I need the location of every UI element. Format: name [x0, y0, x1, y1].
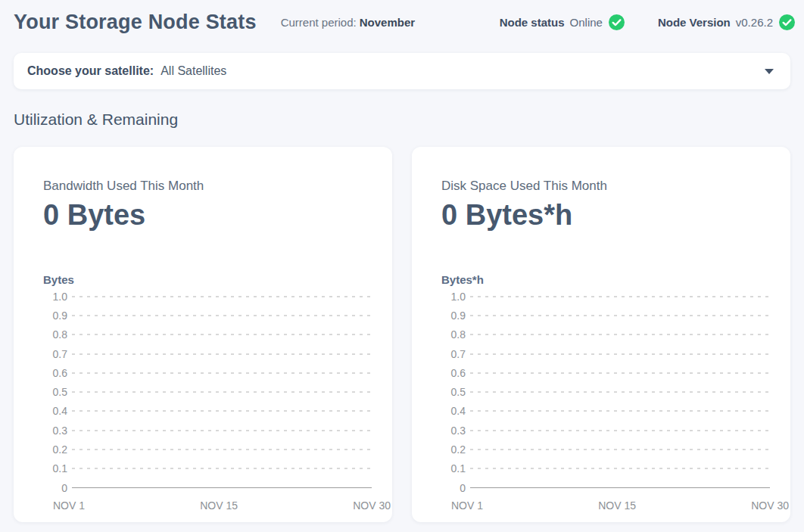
- bandwidth-card: Bandwidth Used This Month 0 Bytes Bytes …: [14, 147, 392, 522]
- grid-row: 0.9: [43, 306, 372, 325]
- grid-row: 0.7: [441, 344, 770, 363]
- y-tick-label: 0.3: [441, 425, 466, 437]
- y-tick-label: 0.6: [43, 367, 67, 379]
- satellite-dropdown[interactable]: Choose your satellite: All Satellites: [14, 53, 790, 89]
- y-tick-label: 0.5: [441, 386, 466, 398]
- x-tick-label: NOV 15: [200, 499, 238, 512]
- section-title: Utilization & Remaining: [14, 110, 790, 129]
- x-tick-label: NOV 15: [598, 499, 636, 512]
- gridline: [72, 410, 372, 412]
- y-tick-label: 1.0: [43, 291, 67, 303]
- x-axis-line: [470, 487, 770, 488]
- card-total: 0 Bytes*h: [441, 199, 770, 231]
- x-tick-label: NOV 1: [53, 499, 85, 512]
- y-tick-label: 0: [43, 482, 67, 494]
- y-tick-label: 0.2: [43, 443, 67, 456]
- grid-row: 0.1: [43, 459, 372, 478]
- grid-row: 0.2: [441, 440, 770, 459]
- grid-row: 0.8: [441, 325, 770, 344]
- node-status-value: Online: [570, 16, 603, 29]
- chevron-down-icon: [765, 69, 774, 74]
- gridline: [470, 353, 770, 355]
- cards-row: Bandwidth Used This Month 0 Bytes Bytes …: [14, 147, 790, 522]
- page-title: Your Storage Node Stats: [14, 11, 257, 34]
- gridline: [72, 372, 372, 374]
- y-tick-label: 0.9: [441, 310, 466, 322]
- disk-space-chart: 1.00.90.80.70.60.50.40.30.20.10NOV 1NOV …: [441, 287, 770, 512]
- y-tick-label: 0.1: [441, 462, 466, 474]
- grid-row: 0.7: [43, 344, 372, 363]
- current-period-value: November: [360, 16, 415, 29]
- gridline: [72, 391, 372, 393]
- y-tick-label: 0.5: [43, 386, 67, 398]
- grid-row: 0.3: [43, 421, 372, 440]
- y-tick-label: 0.4: [441, 405, 466, 417]
- node-status: Node status Online: [500, 14, 625, 30]
- y-tick-label: 0.1: [43, 462, 67, 474]
- x-axis-line: [72, 487, 372, 488]
- grid-row: 0.9: [441, 306, 770, 325]
- grid-row: 0.6: [43, 363, 372, 382]
- y-tick-label: 0.8: [441, 328, 466, 341]
- grid-row: 0.6: [441, 363, 770, 382]
- header: Your Storage Node Stats Current period:N…: [0, 0, 804, 34]
- satellite-dropdown-label: Choose your satellite:: [27, 64, 154, 78]
- grid-row: 0.5: [43, 382, 372, 401]
- status-ok-check-icon: [609, 14, 625, 30]
- grid-row: 1.0: [43, 287, 372, 306]
- gridline: [72, 430, 372, 431]
- node-version-label: Node Version: [658, 16, 731, 29]
- grid-row: 0.3: [441, 421, 770, 440]
- y-tick-label: 0.7: [43, 348, 67, 360]
- gridline: [72, 449, 372, 450]
- x-axis-labels: NOV 1NOV 15NOV 30: [441, 499, 789, 512]
- grid-row: 0: [441, 478, 770, 497]
- y-tick-label: 1.0: [441, 291, 466, 303]
- disk-space-card: Disk Space Used This Month 0 Bytes*h Byt…: [412, 147, 790, 522]
- grid-row: 0.4: [43, 402, 372, 421]
- gridline: [470, 315, 770, 316]
- grid-row: 1.0: [441, 287, 770, 306]
- y-tick-label: 0.6: [441, 367, 466, 379]
- y-tick-label: 0.2: [441, 443, 466, 456]
- gridline: [470, 449, 770, 450]
- gridline: [470, 430, 770, 431]
- gridline: [470, 296, 770, 297]
- y-axis-label: Bytes: [43, 273, 372, 286]
- bandwidth-chart: 1.00.90.80.70.60.50.40.30.20.10NOV 1NOV …: [43, 287, 372, 512]
- card-total: 0 Bytes: [43, 199, 372, 231]
- grid-row: 0.8: [43, 325, 372, 344]
- grid-row: 0: [43, 478, 372, 497]
- node-version: Node Version v0.26.2: [658, 14, 795, 30]
- grid-row: 0.1: [441, 459, 770, 478]
- y-tick-label: 0: [441, 482, 466, 494]
- y-tick-label: 0.7: [441, 348, 466, 360]
- node-status-label: Node status: [500, 16, 565, 29]
- grid-row: 0.4: [441, 402, 770, 421]
- gridline: [470, 372, 770, 374]
- node-version-value: v0.26.2: [736, 16, 773, 29]
- version-ok-check-icon: [779, 14, 795, 30]
- gridline: [470, 391, 770, 393]
- y-tick-label: 0.9: [43, 310, 67, 322]
- card-title: Bandwidth Used This Month: [43, 179, 372, 194]
- gridline: [470, 468, 770, 469]
- gridline: [72, 353, 372, 355]
- y-tick-label: 0.4: [43, 405, 67, 417]
- current-period-label: Current period:: [281, 16, 357, 29]
- gridline: [72, 468, 372, 469]
- x-tick-label: NOV 1: [451, 499, 483, 512]
- y-tick-label: 0.3: [43, 425, 67, 437]
- gridline: [72, 315, 372, 316]
- current-period: Current period:November: [281, 16, 415, 29]
- card-title: Disk Space Used This Month: [441, 179, 770, 194]
- gridline: [72, 296, 372, 297]
- grid-row: 0.2: [43, 440, 372, 459]
- gridline: [72, 334, 372, 335]
- x-tick-label: NOV 30: [353, 499, 391, 512]
- y-tick-label: 0.8: [43, 328, 67, 341]
- y-axis-label: Bytes*h: [441, 273, 770, 286]
- satellite-dropdown-value: All Satellites: [160, 64, 226, 78]
- x-axis-labels: NOV 1NOV 15NOV 30: [43, 499, 391, 512]
- gridline: [470, 410, 770, 412]
